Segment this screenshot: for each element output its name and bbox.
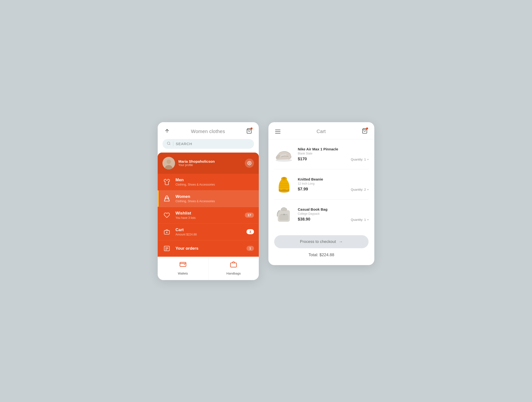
orders-icon [162, 244, 171, 253]
handbag-tab-icon [230, 261, 237, 270]
orders-badge: 1 [247, 246, 254, 251]
menu-item-women[interactable]: Women Clothing, Shoes & Accessories [158, 190, 259, 207]
search-bar[interactable] [162, 139, 254, 149]
svg-point-2 [167, 142, 170, 145]
menu-button[interactable] [275, 130, 280, 134]
left-header: Women clothes [158, 122, 259, 139]
right-header: Cart [268, 122, 374, 139]
cart-icon[interactable] [246, 128, 252, 135]
checkout-arrow: → [339, 240, 343, 244]
bag-image [274, 205, 293, 224]
men-text: Men Clothing, Shoes & Accessories [175, 178, 254, 186]
tab-handbags[interactable]: Handbags [208, 257, 259, 280]
heart-icon [162, 211, 171, 220]
cart-sub: Amount $224.88 [175, 233, 242, 236]
beanie-name: Knitted Beanie [298, 177, 369, 181]
shoe-name: Nike Air Max 1 Pinnacle [298, 147, 369, 151]
cart-badge: 3 [247, 229, 254, 234]
cart-title: Cart [317, 129, 326, 134]
wallet-icon [179, 261, 187, 270]
cart-item-bag: Casual Book Bag College Daypack $38.90 Q… [274, 200, 369, 229]
shoe-variant: Blank Slate [298, 152, 369, 155]
shoe-quantity[interactable]: Quantity: 1 ▾ [351, 158, 369, 161]
bag-price: $38.90 [298, 217, 310, 222]
quantity-label: Quantity: 1 [351, 158, 366, 161]
orders-text: Your orders [175, 246, 242, 251]
bag-qty-label: Quantity: 1 [351, 218, 366, 221]
checkout-label: Process to checkout [300, 240, 336, 244]
bag-name: Casual Book Bag [298, 207, 369, 211]
cart-item-beanie: Knitted Beanie 12 Inch Long $7.99 Quanti… [274, 169, 369, 200]
search-icon [167, 141, 171, 146]
total-text: Total: $224.88 [274, 253, 369, 259]
menu-item-orders[interactable]: Your orders 1 [158, 240, 259, 257]
svg-rect-13 [164, 246, 169, 251]
menu-item-men[interactable]: Men Clothing, Shoes & Accessories [158, 174, 259, 190]
svg-rect-18 [231, 263, 237, 267]
checkout-section: Process to checkout → Total: $224.88 [268, 229, 374, 265]
bottom-tabs: Wallets Handbags [158, 257, 259, 280]
svg-point-23 [283, 177, 285, 180]
profile-row[interactable]: Maria Shopaholicson Your profile [158, 153, 259, 174]
tab-wallets[interactable]: Wallets [158, 257, 208, 280]
search-input[interactable] [176, 142, 250, 146]
svg-rect-26 [279, 214, 288, 220]
menu-item-wishlist[interactable]: Wishlist You have 3 lists 17 [158, 207, 259, 224]
men-label: Men [175, 178, 254, 182]
beanie-quantity[interactable]: Quantity: 2 ▾ [351, 188, 369, 191]
cart-text: Cart Amount $224.88 [175, 228, 242, 236]
handbag-icon [162, 228, 171, 236]
beanie-image [274, 175, 293, 194]
wishlist-sub: You have 3 lists [175, 216, 240, 220]
svg-point-28 [283, 214, 285, 215]
women-label: Women [175, 194, 254, 199]
cart-item-shoe: Nike Air Max 1 Pinnacle Blank Slate $170… [274, 139, 369, 169]
beanie-qty-chevron[interactable]: ▾ [367, 188, 369, 191]
left-header-title: Women clothes [191, 129, 225, 134]
profile-info: Maria Shopaholicson Your profile [178, 159, 241, 167]
right-cart-dot [366, 127, 368, 129]
active-indicator [158, 190, 159, 207]
settings-button[interactable] [245, 159, 254, 168]
beanie-price: $7.99 [298, 187, 308, 192]
svg-point-5 [167, 160, 171, 164]
orders-label: Your orders [175, 246, 242, 251]
shoe-image [274, 145, 293, 164]
svg-rect-17 [180, 262, 186, 267]
profile-subtitle: Your profile [178, 163, 241, 167]
svg-rect-25 [281, 208, 287, 211]
wishlist-label: Wishlist [175, 211, 240, 216]
menu-item-cart[interactable]: Cart Amount $224.88 3 [158, 224, 259, 240]
beanie-info: Knitted Beanie 12 Inch Long $7.99 Quanti… [298, 177, 369, 192]
beanie-qty-label: Quantity: 2 [351, 188, 366, 191]
cart-dot [251, 127, 253, 129]
wallets-label: Wallets [178, 272, 188, 275]
right-cart-icon[interactable] [362, 128, 368, 135]
women-text: Women Clothing, Shoes & Accessories [175, 194, 254, 203]
bag-qty-chevron[interactable]: ▾ [367, 218, 369, 221]
back-button[interactable] [164, 128, 170, 135]
quantity-chevron[interactable]: ▾ [367, 158, 369, 161]
shoe-info: Nike Air Max 1 Pinnacle Blank Slate $170… [298, 147, 369, 161]
svg-line-3 [169, 144, 170, 145]
women-sub: Clothing, Shoes & Accessories [175, 200, 254, 203]
men-sub: Clothing, Shoes & Accessories [175, 183, 254, 186]
handbags-label: Handbags [227, 272, 241, 275]
beanie-variant: 12 Inch Long [298, 182, 369, 185]
shoe-price: $170 [298, 157, 307, 161]
bag-variant: College Daypack [298, 212, 369, 215]
profile-name: Maria Shopaholicson [178, 159, 241, 163]
dress-icon [162, 194, 171, 203]
checkout-button[interactable]: Process to checkout → [274, 235, 369, 248]
cart-label: Cart [175, 228, 242, 232]
bag-quantity[interactable]: Quantity: 1 ▾ [351, 218, 369, 221]
wishlist-text: Wishlist You have 3 lists [175, 211, 240, 220]
left-panel: Women clothes [158, 122, 259, 280]
cart-items-list: Nike Air Max 1 Pinnacle Blank Slate $170… [268, 139, 374, 229]
app-container: Women clothes [143, 108, 389, 295]
svg-point-7 [249, 162, 250, 164]
search-divider [173, 142, 173, 146]
right-panel: Cart [268, 122, 374, 265]
shirt-icon [162, 178, 171, 186]
bag-info: Casual Book Bag College Daypack $38.90 Q… [298, 207, 369, 222]
